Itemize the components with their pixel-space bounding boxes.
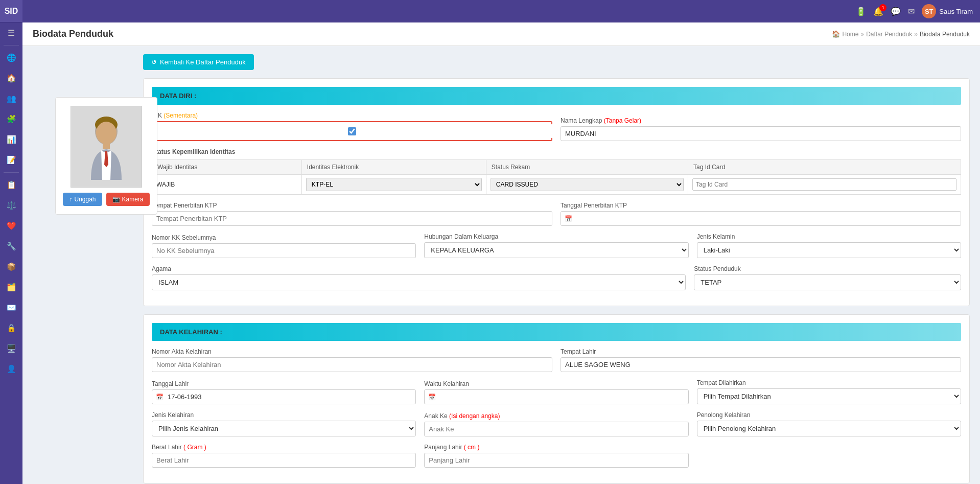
topnav: 🔋 🔔 1 💬 ✉ ST Saus Tiram xyxy=(22,0,980,22)
nomor-akta-label: Nomor Akta Kelahiran xyxy=(152,348,552,355)
sidebar-item-person[interactable]: 👤 xyxy=(0,359,22,379)
elektronik-select[interactable]: KTP-EL xyxy=(306,178,482,191)
panjang-lahir-input[interactable] xyxy=(424,453,688,468)
jenis-kelahiran-select[interactable]: Pilih Jenis Kelahiran TUNGGAL KEMBAR 2 xyxy=(152,421,416,436)
penolong-select[interactable]: Pilih Penolong Kelahiran DOKTER BIDAN DU… xyxy=(697,421,961,436)
sidebar-item-chart[interactable]: 📊 xyxy=(0,129,22,150)
tanggal-penerbitan-input[interactable] xyxy=(561,211,961,226)
tempat-penerbitan-input[interactable] xyxy=(152,211,552,226)
berat-lahir-group: Berat Lahir ( Gram ) xyxy=(152,444,416,468)
upload-button[interactable]: ↑ Unggah xyxy=(63,193,102,206)
identity-row: WAJIB KTP-EL CARD ISSUED xyxy=(152,175,961,195)
tanggal-lahir-group: Tanggal Lahir 📅 xyxy=(152,380,416,404)
sidebar-item-law[interactable]: ⚖️ xyxy=(0,195,22,216)
breadcrumb-sep-1: » xyxy=(860,31,864,38)
tag-id-input[interactable] xyxy=(692,178,956,191)
photo-section: ↑ Unggah 📷 Kamera xyxy=(55,97,157,215)
sidebar-item-users[interactable]: 👥 xyxy=(0,88,22,109)
agama-label: Agama xyxy=(152,265,686,272)
jenis-lahir-row: Jenis Kelahiran Pilih Jenis Kelahiran TU… xyxy=(152,411,961,436)
hubungan-group: Hubungan Dalam Keluarga KEPALA KELUARGA … xyxy=(424,233,688,258)
sidebar-item-monitor[interactable]: 🖥️ xyxy=(0,338,22,359)
tanggal-penerbitan-group: Tanggal Penerbitan KTP 📅 xyxy=(561,202,961,226)
nik-input[interactable] xyxy=(550,124,558,138)
agama-group: Agama ISLAM KRISTEN KATOLIK HINDU BUDHA … xyxy=(152,265,686,290)
camera-button[interactable]: 📷 Kamera xyxy=(106,193,150,206)
breadcrumb: 🏠 Home » Daftar Penduduk » Biodata Pendu… xyxy=(832,30,970,38)
nama-label: Nama Lengkap (Tanpa Gelar) xyxy=(561,117,961,124)
sidebar-item-mail[interactable]: ✉️ xyxy=(0,297,22,318)
no-kk-input[interactable] xyxy=(152,243,416,258)
status-penduduk-select[interactable]: TETAP TIDAK TETAP xyxy=(694,274,961,290)
no-kk-group: Nomor KK Sebelumnya xyxy=(152,234,416,258)
berat-panjang-row: Berat Lahir ( Gram ) Panjang Lahir ( cm … xyxy=(152,444,961,468)
sidebar-item-list[interactable]: 📋 xyxy=(0,175,22,195)
breadcrumb-parent[interactable]: Daftar Penduduk xyxy=(866,31,912,38)
jenis-kelamin-label: Jenis Kelamin xyxy=(697,233,961,240)
anak-ke-input[interactable] xyxy=(424,422,688,436)
breadcrumb-home[interactable]: Home xyxy=(842,31,858,38)
tanggal-lahir-wrapper: 📅 xyxy=(152,389,416,404)
tanggal-penerbitan-wrapper: 📅 xyxy=(561,211,961,226)
anak-ke-group: Anak Ke (Isi dengan angka) xyxy=(424,412,688,436)
sidebar-item-lock[interactable]: 🔒 xyxy=(0,318,22,338)
agama-select[interactable]: ISLAM KRISTEN KATOLIK HINDU BUDHA KONGHU… xyxy=(152,274,686,290)
sidebar-item-heart[interactable]: ❤️ xyxy=(0,216,22,236)
photo-placeholder xyxy=(71,106,142,188)
username-label: Saus Tiram xyxy=(939,8,973,15)
jenis-kelamin-select[interactable]: Laki-Laki Perempuan xyxy=(697,242,961,258)
col-elektronik: Identitas Elektronik xyxy=(301,160,486,175)
sidebar-item-globe[interactable]: 🌐 xyxy=(0,48,22,68)
sidebar-item-folder[interactable]: 🗂️ xyxy=(0,277,22,297)
camera-icon: 📷 xyxy=(112,196,120,203)
sidebar-item-tools[interactable]: 🔧 xyxy=(0,236,22,257)
status-penduduk-group: Status Penduduk TETAP TIDAK TETAP xyxy=(694,265,961,290)
tanggal-penerbitan-label: Tanggal Penerbitan KTP xyxy=(561,202,961,209)
jenis-kelamin-group: Jenis Kelamin Laki-Laki Perempuan xyxy=(697,233,961,258)
wajib-cell: WAJIB xyxy=(152,175,302,195)
elektronik-cell: KTP-EL xyxy=(301,175,486,195)
kk-row: Nomor KK Sebelumnya Hubungan Dalam Kelua… xyxy=(152,233,961,258)
sidebar-item-box[interactable]: 📦 xyxy=(0,257,22,277)
back-button[interactable]: ↺ Kembali Ke Daftar Penduduk xyxy=(143,54,254,70)
identity-status-heading: Status Kepemilikan Identitas xyxy=(152,148,961,155)
status-penduduk-label: Status Penduduk xyxy=(694,265,961,272)
tempat-penerbitan-group: Tempat Penerbitan KTP xyxy=(152,202,552,226)
photo-buttons: ↑ Unggah 📷 Kamera xyxy=(63,193,149,206)
content-area: ↑ Unggah 📷 Kamera ↺ Kembali Ke Daftar Pe… xyxy=(22,46,980,484)
tempat-lahir-input[interactable] xyxy=(561,357,961,372)
topnav-icons: 🔋 🔔 1 💬 ✉ ST Saus Tiram xyxy=(856,4,973,18)
lahir-row: Tanggal Lahir 📅 Waktu Kelahiran 📅 xyxy=(152,379,961,404)
col-tag-id: Tag Id Card xyxy=(688,160,961,175)
hamburger-icon: ☰ xyxy=(8,28,15,38)
status-rekam-select[interactable]: CARD ISSUED xyxy=(491,178,684,191)
tanggal-lahir-label: Tanggal Lahir xyxy=(152,380,416,387)
berat-label: Berat Lahir ( Gram ) xyxy=(152,444,416,451)
waktu-kelahiran-wrapper: 📅 xyxy=(424,389,688,404)
page-header: Biodata Penduduk 🏠 Home » Daftar Pendudu… xyxy=(22,22,980,46)
chat-icon[interactable]: 💬 xyxy=(891,7,901,16)
nomor-akta-input[interactable] xyxy=(152,357,552,372)
tempat-dilahirkan-select[interactable]: Pilih Tempat Dilahirkan xyxy=(697,388,961,404)
user-menu[interactable]: ST Saus Tiram xyxy=(922,4,973,18)
agama-row: Agama ISLAM KRISTEN KATOLIK HINDU BUDHA … xyxy=(152,265,961,290)
hubungan-select[interactable]: KEPALA KELUARGA ISTRI ANAK xyxy=(424,242,688,258)
no-kk-label: Nomor KK Sebelumnya xyxy=(152,234,416,241)
sidebar-item-forms[interactable]: 📝 xyxy=(0,150,22,170)
waktu-kelahiran-input[interactable] xyxy=(424,389,688,404)
berat-lahir-input[interactable] xyxy=(152,453,416,468)
waktu-kelahiran-group: Waktu Kelahiran 📅 xyxy=(424,380,688,404)
menu-toggle[interactable]: ☰ xyxy=(0,22,22,43)
col-status-rekam: Status Rekam xyxy=(486,160,688,175)
sidebar-item-home[interactable]: 🏠 xyxy=(0,68,22,88)
nik-checkbox[interactable] xyxy=(157,127,547,135)
mail-icon[interactable]: ✉ xyxy=(908,7,915,16)
bell-icon[interactable]: 🔔 1 xyxy=(873,7,883,16)
waktu-kelahiran-label: Waktu Kelahiran xyxy=(424,380,688,387)
tempat-dilahirkan-label: Tempat Dilahirkan xyxy=(697,379,961,386)
tanggal-lahir-input[interactable] xyxy=(152,389,416,404)
panjang-label: Panjang Lahir ( cm ) xyxy=(424,444,688,451)
nama-group: Nama Lengkap (Tanpa Gelar) xyxy=(561,117,961,141)
nama-input[interactable] xyxy=(561,126,961,141)
sidebar-item-puzzle[interactable]: 🧩 xyxy=(0,109,22,129)
